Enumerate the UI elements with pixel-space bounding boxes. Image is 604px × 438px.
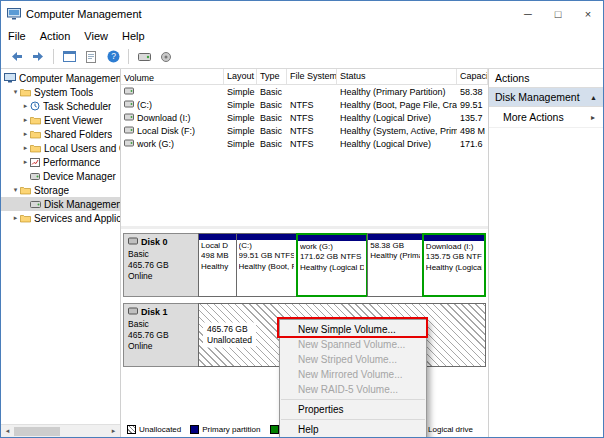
volume-icon bbox=[124, 113, 134, 123]
volume-row[interactable]: work (G:) Simple Basic NTFS Healthy (Log… bbox=[121, 137, 488, 150]
menu-file[interactable]: File bbox=[1, 30, 33, 42]
submenu-arrow-icon: ▸ bbox=[591, 113, 595, 122]
tree-item-local-users-groups[interactable]: ▸ Local Users and Groups bbox=[1, 141, 120, 155]
disk-kind: Basic bbox=[128, 319, 194, 330]
extended-swatch bbox=[270, 425, 279, 434]
volume-layout: Simple bbox=[224, 113, 257, 123]
partition-local-disk-f[interactable]: Local D498 MBHealthy bbox=[198, 233, 237, 297]
scroll-left-icon[interactable]: ◂ bbox=[1, 427, 14, 435]
volume-capacity: 135.7 bbox=[457, 113, 488, 123]
volume-row[interactable]: (C:) Simple Basic NTFS Healthy (Boot, Pa… bbox=[121, 98, 488, 111]
forward-button[interactable] bbox=[28, 47, 48, 67]
expander-icon[interactable]: ▾ bbox=[11, 186, 20, 194]
collapse-icon[interactable]: ▲ bbox=[590, 94, 597, 101]
tree-item-event-viewer[interactable]: ▸ Event Viewer bbox=[1, 113, 120, 127]
tree-item-computer-management[interactable]: Computer Management (Local) bbox=[1, 71, 120, 85]
menu-help[interactable]: Help bbox=[115, 30, 152, 42]
help-button[interactable]: ? bbox=[103, 47, 123, 67]
console-window-icon[interactable] bbox=[59, 47, 79, 67]
volume-icon bbox=[124, 139, 134, 149]
properties-tool-icon[interactable] bbox=[156, 47, 176, 67]
tree-item-device-manager[interactable]: Device Manager bbox=[1, 169, 120, 183]
close-button[interactable]: × bbox=[573, 1, 603, 27]
context-menu: New Simple Volume... New Spanned Volume.… bbox=[279, 319, 427, 438]
actions-panel: Actions Disk Management ▲ More Actions ▸ bbox=[488, 69, 603, 437]
primary-swatch bbox=[190, 425, 199, 434]
maximize-button[interactable]: □ bbox=[543, 1, 573, 27]
legend-item-unallocated: Unallocated bbox=[127, 425, 181, 434]
disk-1-label[interactable]: Disk 1 Basic 465.76 GB Online bbox=[123, 303, 199, 367]
scroll-right-icon[interactable]: ▸ bbox=[107, 427, 120, 435]
tree-item-disk-management[interactable]: Disk Management bbox=[1, 197, 120, 211]
menu-view[interactable]: View bbox=[77, 30, 115, 42]
scrollbar-thumb[interactable] bbox=[14, 427, 60, 436]
volume-name: work (G:) bbox=[137, 139, 174, 149]
expander-icon[interactable]: ▸ bbox=[21, 130, 30, 138]
expander-icon[interactable]: ▾ bbox=[11, 88, 20, 96]
volume-icon bbox=[124, 100, 134, 110]
menu-item-new-striped-volume: New Striped Volume... bbox=[280, 352, 426, 367]
column-header-status[interactable]: Status bbox=[337, 69, 457, 84]
menu-item-help[interactable]: Help bbox=[280, 422, 426, 437]
column-header-volume[interactable]: Volume bbox=[121, 69, 224, 84]
tree-item-task-scheduler[interactable]: ▸ Task Scheduler bbox=[1, 99, 120, 113]
volume-row[interactable]: Simple Basic Healthy (Primary Partition)… bbox=[121, 85, 488, 98]
menu-item-properties[interactable]: Properties bbox=[280, 402, 426, 417]
expander-icon[interactable]: ▸ bbox=[21, 158, 30, 166]
tree-item-system-tools[interactable]: ▾ System Tools bbox=[1, 85, 120, 99]
partition-c[interactable]: (C:)99.51 GB NTFSHealthy (Boot, Page Fil… bbox=[236, 233, 297, 297]
disk-size: 465.76 GB bbox=[128, 260, 194, 271]
menubar: File Action View Help bbox=[1, 27, 603, 45]
app-icon bbox=[7, 8, 21, 20]
volume-status: Healthy (System, Active, Primary Partiti… bbox=[337, 126, 457, 136]
volume-capacity: 171.6 bbox=[457, 139, 488, 149]
disk-tool-icon[interactable] bbox=[134, 47, 154, 67]
menu-action[interactable]: Action bbox=[33, 30, 78, 42]
volume-layout: Simple bbox=[224, 126, 257, 136]
toolbar-separator bbox=[128, 49, 129, 64]
column-header-layout[interactable]: Layout bbox=[224, 69, 257, 84]
volume-capacity: 58.38 bbox=[457, 87, 488, 97]
actions-group-disk-management[interactable]: Disk Management ▲ bbox=[489, 88, 603, 107]
unallocated-label: 465.76 GB Unallocated bbox=[203, 323, 256, 348]
minimize-button[interactable]: ─ bbox=[513, 1, 543, 27]
partition-work-g[interactable]: work (G:)171.62 GB NTFSHealthy (Logical … bbox=[296, 233, 368, 297]
tree-item-label: Device Manager bbox=[43, 171, 116, 182]
tree-item-storage[interactable]: ▾ Storage bbox=[1, 183, 120, 197]
menu-item-new-simple-volume[interactable]: New Simple Volume... bbox=[280, 322, 426, 337]
tree-item-shared-folders[interactable]: ▸ Shared Folders bbox=[1, 127, 120, 141]
volume-row[interactable]: Local Disk (F:) Simple Basic NTFS Health… bbox=[121, 124, 488, 137]
horizontal-scrollbar[interactable]: ◂ ▸ bbox=[1, 424, 120, 437]
expander-icon[interactable]: ▸ bbox=[21, 144, 30, 152]
expander-icon[interactable]: ▸ bbox=[11, 214, 20, 222]
tree-item-label: Disk Management bbox=[44, 199, 120, 210]
volume-capacity: 99.51 bbox=[457, 100, 488, 110]
disk-state: Online bbox=[128, 341, 194, 352]
tree-item-services-applications[interactable]: ▸ Services and Applications bbox=[1, 211, 120, 225]
column-header-type[interactable]: Type bbox=[257, 69, 287, 84]
volume-status: Healthy (Primary Partition) bbox=[337, 87, 457, 97]
volume-name: Local Disk (F:) bbox=[137, 126, 195, 136]
column-header-file-system[interactable]: File System bbox=[287, 69, 337, 84]
users-icon bbox=[30, 144, 41, 153]
computer-management-window: Computer Management ─ □ × File Action Vi… bbox=[0, 0, 604, 438]
back-button[interactable] bbox=[6, 47, 26, 67]
disk-state: Online bbox=[128, 271, 194, 282]
volume-icon bbox=[124, 87, 134, 97]
volume-fs: NTFS bbox=[287, 100, 337, 110]
volume-row[interactable]: Download (I:) Simple Basic NTFS Healthy … bbox=[121, 111, 488, 124]
expander-icon[interactable]: ▸ bbox=[21, 102, 30, 110]
partition-download-i[interactable]: Download (I:)135.75 GB NTFSHealthy (Logi… bbox=[422, 233, 486, 297]
expander-icon[interactable]: ▸ bbox=[21, 116, 30, 124]
tree-item-performance[interactable]: ▸ Performance bbox=[1, 155, 120, 169]
volume-status: Healthy (Logical Drive) bbox=[337, 139, 457, 149]
actions-group-label: Disk Management bbox=[495, 91, 580, 103]
tree-item-label: Local Users and Groups bbox=[44, 143, 120, 154]
partition-unnamed[interactable]: 58.38 GBHealthy (Primary Partition) bbox=[367, 233, 423, 297]
volume-type: Basic bbox=[257, 113, 287, 123]
column-header-capacity[interactable]: Capacity bbox=[457, 69, 488, 84]
more-actions-button[interactable]: More Actions ▸ bbox=[489, 107, 603, 128]
computer-icon bbox=[4, 73, 16, 83]
disk-0-label[interactable]: Disk 0 Basic 465.76 GB Online bbox=[123, 233, 199, 297]
document-icon[interactable] bbox=[81, 47, 101, 67]
